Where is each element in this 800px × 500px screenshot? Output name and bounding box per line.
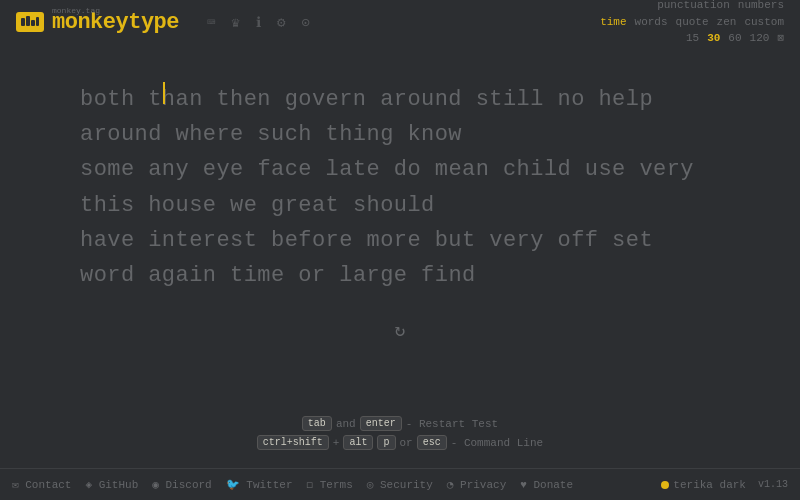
typing-text: both than then govern around still no he… [80,82,720,152]
footer-links: ✉ Contact ◈ GitHub ◉ Discord 🐦 Twitter ◻… [12,478,573,491]
quote-mode[interactable]: quote [676,14,709,31]
restart-label: - Restart Test [406,418,498,430]
main-content: both than then govern around still no he… [0,44,800,384]
shortcuts-bar: tab and enter - Restart Test ctrl+shift … [0,416,800,450]
p-key: p [377,435,395,450]
nav-icons: ⌨ ♛ ℹ ⚙ ⊙ [207,14,310,31]
loading-icon: ↻ [80,317,720,346]
ctrl-key: ctrl+shift [257,435,329,450]
typing-text-line2: some any eye face late do mean child use… [80,152,720,222]
time-15[interactable]: 15 [686,30,699,47]
svg-rect-2 [31,20,35,26]
twitter-link[interactable]: 🐦 Twitter [226,478,293,491]
version-label: v1.13 [758,479,788,490]
time-30[interactable]: 30 [707,30,720,47]
svg-rect-1 [26,16,30,26]
discord-link[interactable]: ◉ Discord [152,478,211,491]
terms-link[interactable]: ◻ Terms [307,478,353,491]
security-link[interactable]: ◎ Security [367,478,433,491]
shuffle-icon[interactable]: ⊠ [777,30,784,47]
footer-right: terika dark v1.13 [661,479,788,491]
theme-indicator[interactable]: terika dark [661,479,746,491]
cli-label: - Command Line [451,437,543,449]
typing-text-line3: have interest before more but very off s… [80,223,720,293]
punctuation-mode[interactable]: punctuation [657,0,730,14]
shortcut-or: or [400,437,413,449]
words-mode[interactable]: words [635,14,668,31]
tab-key: tab [302,416,332,431]
mode-options-top: punctuation numbers [657,0,784,14]
svg-rect-3 [36,17,39,26]
github-link[interactable]: ◈ GitHub [85,478,138,491]
header-right: punctuation numbers time words quote zen… [600,0,784,47]
typing-area[interactable]: both than then govern around still no he… [80,82,720,346]
logo-icon [16,12,44,32]
theme-name: terika dark [673,479,746,491]
time-120[interactable]: 120 [750,30,770,47]
time-mode[interactable]: time [600,14,626,31]
time-options: 15 30 60 120 ⊠ [686,30,784,47]
custom-mode[interactable]: custom [744,14,784,31]
enter-key: enter [360,416,402,431]
zen-mode[interactable]: zen [717,14,737,31]
svg-rect-0 [21,18,25,26]
monkey-tag-label: monkey.tag [52,6,100,15]
privacy-link[interactable]: ◔ Privacy [447,478,506,491]
shortcut-and: and [336,418,356,430]
donate-link[interactable]: ♥ Donate [520,479,573,491]
user-icon[interactable]: ⊙ [301,14,309,31]
settings-icon[interactable]: ⚙ [277,14,285,31]
contact-link[interactable]: ✉ Contact [12,478,71,491]
shortcut-plus: + [333,437,340,449]
restart-shortcut-row: tab and enter - Restart Test [302,416,498,431]
time-60[interactable]: 60 [728,30,741,47]
cli-shortcut-row: ctrl+shift + alt p or esc - Command Line [257,435,543,450]
theme-dot [661,481,669,489]
footer: ✉ Contact ◈ GitHub ◉ Discord 🐦 Twitter ◻… [0,468,800,500]
cursor [163,82,165,104]
keyboard-icon[interactable]: ⌨ [207,14,215,31]
header: monkey.tag monkeytype ⌨ ♛ ℹ ⚙ ⊙ punctuat… [0,0,800,44]
mode-options-bottom: time words quote zen custom [600,14,784,31]
crown-icon[interactable]: ♛ [231,14,239,31]
alt-key: alt [343,435,373,450]
info-icon[interactable]: ℹ [256,14,261,31]
esc-key: esc [417,435,447,450]
numbers-mode[interactable]: numbers [738,0,784,14]
logo-area: monkey.tag monkeytype ⌨ ♛ ℹ ⚙ ⊙ [16,10,310,35]
